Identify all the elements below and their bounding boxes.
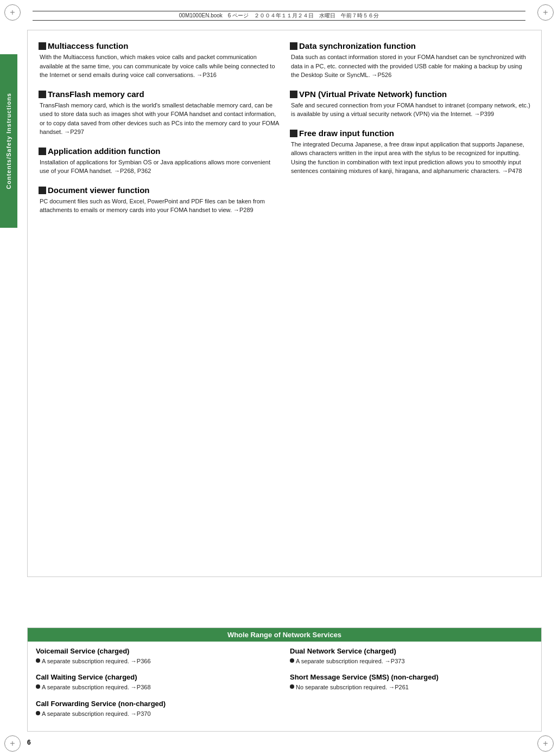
corner-mark-tr — [537, 4, 554, 21]
section-datasync: Data synchronization function Data such … — [290, 41, 530, 80]
page: 00M1000EN.book 6 ページ ２００４年１１月２４日 水曜日 午前７… — [0, 0, 558, 756]
network-sms-title: Short Message Service (SMS) (non-charged… — [290, 673, 533, 681]
bullet-item: No separate subscription required. →P261 — [290, 683, 533, 692]
network-sms-body: No separate subscription required. →P261 — [290, 683, 533, 692]
section-application-title: Application addition function — [39, 146, 279, 156]
section-freedraw-body: The integrated Decuma Japanese, a free d… — [290, 140, 530, 176]
black-square-icon — [290, 130, 297, 137]
network-callforwarding-title: Call Forwarding Service (non-charged) — [36, 700, 279, 708]
side-tab-text: Contents/Safety Instructions — [5, 93, 12, 189]
corner-mark-br — [537, 735, 554, 752]
section-multiaccess: Multiaccess function With the Multiacces… — [39, 41, 279, 80]
page-number: 6 — [27, 739, 31, 746]
network-col-left: Voicemail Service (charged) A separate s… — [36, 647, 279, 726]
main-content: Multiaccess function With the Multiacces… — [27, 30, 542, 577]
black-square-icon — [39, 148, 46, 155]
section-freedraw-title: Free draw input function — [290, 129, 530, 138]
bullet-item: A separate subscription required. →P368 — [36, 683, 279, 692]
section-vpn-body: Safe and secured connection from your FO… — [290, 101, 530, 119]
section-document-body: PC document files such as Word, Excel, P… — [39, 197, 279, 215]
network-sms: Short Message Service (SMS) (non-charged… — [290, 673, 533, 692]
network-callwaiting-body: A separate subscription required. →P368 — [36, 683, 279, 692]
network-dualnetwork: Dual Network Service (charged) A separat… — [290, 647, 533, 666]
section-datasync-body: Data such as contact information stored … — [290, 53, 530, 80]
network-dualnetwork-body: A separate subscription required. →P373 — [290, 657, 533, 666]
network-callforwarding-body: A separate subscription required. →P370 — [36, 709, 279, 719]
bullet-icon — [290, 684, 294, 689]
bullet-icon — [36, 711, 40, 715]
section-document: Document viewer function PC document fil… — [39, 185, 279, 215]
section-transflash: TransFlash memory card TransFlash memory… — [39, 89, 279, 137]
network-voicemail-title: Voicemail Service (charged) — [36, 647, 279, 655]
network-callforwarding: Call Forwarding Service (non-charged) A … — [36, 700, 279, 719]
header-bar: 00M1000EN.book 6 ページ ２００４年１１月２４日 水曜日 午前７… — [33, 11, 525, 21]
black-square-icon — [39, 42, 46, 50]
network-box-header: Whole Range of Network Services — [28, 628, 541, 642]
section-freedraw: Free draw input function The integrated … — [290, 129, 530, 176]
column-left: Multiaccess function With the Multiacces… — [39, 41, 279, 566]
header-text: 00M1000EN.book 6 ページ ２００４年１１月２４日 水曜日 午前７… — [179, 12, 379, 20]
section-application-body: Installation of applications for Symbian… — [39, 158, 279, 176]
black-square-icon — [290, 91, 297, 98]
section-application: Application addition function Installati… — [39, 146, 279, 176]
bullet-icon — [290, 658, 294, 663]
section-multiaccess-title: Multiaccess function — [39, 41, 279, 50]
network-callwaiting-title: Call Waiting Service (charged) — [36, 673, 279, 681]
black-square-icon — [39, 91, 46, 98]
corner-mark-bl — [4, 735, 21, 752]
bullet-icon — [36, 658, 40, 663]
section-datasync-title: Data synchronization function — [290, 41, 530, 50]
network-voicemail: Voicemail Service (charged) A separate s… — [36, 647, 279, 666]
black-square-icon — [39, 187, 46, 194]
section-document-title: Document viewer function — [39, 185, 279, 195]
bullet-item: A separate subscription required. →P366 — [36, 657, 279, 666]
side-tab: Contents/Safety Instructions — [0, 54, 17, 228]
network-box: Whole Range of Network Services Voicemai… — [27, 627, 542, 732]
corner-mark-tl — [4, 4, 21, 21]
section-vpn-title: VPN (Virtual Private Network) function — [290, 89, 530, 99]
network-dualnetwork-title: Dual Network Service (charged) — [290, 647, 533, 655]
column-right: Data synchronization function Data such … — [290, 41, 530, 566]
bullet-icon — [36, 684, 40, 689]
bullet-item: A separate subscription required. →P373 — [290, 657, 533, 666]
section-multiaccess-body: With the Multiaccess function, which mak… — [39, 53, 279, 80]
section-transflash-body: TransFlash memory card, which is the wor… — [39, 101, 279, 137]
section-vpn: VPN (Virtual Private Network) function S… — [290, 89, 530, 119]
network-voicemail-body: A separate subscription required. →P366 — [36, 657, 279, 666]
network-callwaiting: Call Waiting Service (charged) A separat… — [36, 673, 279, 692]
section-transflash-title: TransFlash memory card — [39, 89, 279, 99]
black-square-icon — [290, 42, 297, 50]
network-col-right: Dual Network Service (charged) A separat… — [290, 647, 533, 726]
bullet-item: A separate subscription required. →P370 — [36, 709, 279, 719]
network-box-content: Voicemail Service (charged) A separate s… — [28, 642, 541, 732]
